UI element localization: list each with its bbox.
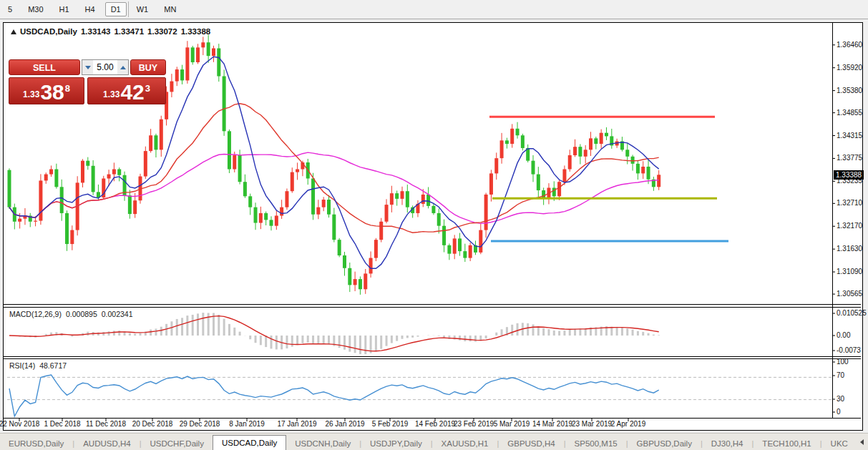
- rsi-axis-label: 30: [837, 395, 844, 403]
- buy-button[interactable]: BUY: [130, 59, 166, 75]
- price-axis-label: 1.35920: [837, 64, 862, 72]
- macd-panel-group: [9, 313, 659, 354]
- timeframe-button-mn[interactable]: MN: [158, 2, 182, 16]
- macd-axis-label: 0.00: [837, 331, 850, 339]
- panel-splitter-line[interactable]: [4, 418, 861, 419]
- chart-tab-bar: EURUSD,Daily|AUDUSD,H4|USDCHF,DailyUSDCA…: [0, 433, 868, 450]
- support-resistance-lines: [489, 117, 728, 241]
- price-axis-label: 1.30565: [837, 290, 862, 298]
- buy-price-prefix: 1.33: [103, 89, 120, 99]
- price-axis-label: 1.33775: [837, 154, 862, 162]
- chart-tab-ukc[interactable]: UKC: [822, 436, 857, 450]
- volume-decrease-button[interactable]: [82, 60, 93, 74]
- price-axis-separator: [832, 23, 833, 418]
- panel-splitter-line[interactable]: [4, 307, 861, 308]
- date-axis-label: 14 Feb 2019: [415, 420, 455, 428]
- date-axis-label: 22 Nov 2018: [0, 420, 39, 428]
- macd-axis-label: -0.0073: [837, 346, 861, 354]
- quote-low: 1.33072: [147, 27, 177, 36]
- panel-splitter-line[interactable]: [4, 304, 861, 305]
- sell-button[interactable]: SELL: [9, 59, 80, 75]
- quote-close: 1.33388: [181, 27, 211, 36]
- quote-high: 1.33471: [114, 27, 144, 36]
- date-axis-label: 26 Jan 2019: [325, 420, 364, 428]
- price-axis-label: 1.32170: [837, 222, 862, 230]
- rsi-axis-label: 100: [837, 358, 849, 366]
- panel-splitter-line[interactable]: [4, 358, 861, 359]
- chart-tab-audusd[interactable]: AUDUSD,H4: [74, 436, 139, 450]
- rsi-value: 48.6717: [39, 361, 67, 370]
- buy-price-sup: 3: [145, 83, 150, 94]
- rsi-label: RSI(14)48.6717: [9, 361, 67, 370]
- chart-tab-gbpusd[interactable]: GBPUSD,Daily: [628, 436, 701, 450]
- timeframe-button-h4[interactable]: H4: [79, 2, 101, 16]
- tab-scroll-left-button[interactable]: [860, 439, 864, 445]
- current-bid-tag: 1.33388: [834, 170, 864, 180]
- date-axis-label: 5 Feb 2019: [372, 420, 409, 428]
- panel-splitter-line[interactable]: [4, 356, 861, 357]
- chevron-up-icon: [120, 66, 126, 69]
- price-axis-label: 1.34315: [837, 132, 862, 140]
- chart-tab-usdcad[interactable]: USDCAD,Daily: [213, 435, 286, 450]
- date-axis-label: 11 Dec 2018: [86, 420, 126, 428]
- sell-price-prefix: 1.33: [23, 89, 39, 99]
- sell-price-display[interactable]: 1.33388: [9, 77, 84, 104]
- sell-price-sup: 8: [65, 83, 70, 94]
- timeframe-toolbar: 5M30H1H4D1W1MN: [0, 0, 868, 19]
- timeframe-button-d1[interactable]: D1: [105, 2, 127, 16]
- date-axis-label: 14 Mar 2019: [532, 420, 572, 428]
- chart-window[interactable]: USDCAD,Daily1.331431.334711.330721.33388…: [3, 22, 863, 431]
- chart-tab-usdjpy[interactable]: USDJPY,Daily: [361, 436, 431, 450]
- volume-input[interactable]: 5.00: [93, 60, 117, 74]
- date-axis-label: 1 Dec 2018: [44, 420, 80, 428]
- chevron-down-icon: [85, 66, 91, 69]
- macd-label: MACD(12,26,9)0.0008950.002341: [9, 310, 133, 318]
- buy-price-display[interactable]: 1.33423: [87, 77, 166, 104]
- collapse-triangle-icon[interactable]: [11, 29, 16, 34]
- timeframe-button-5[interactable]: 5: [2, 2, 18, 16]
- sell-price-big: 38: [40, 83, 64, 102]
- date-axis-label: 23 Mar 2019: [572, 420, 612, 428]
- macd-axis-label: 0.010525: [837, 309, 867, 317]
- price-axis-label: 1.31090: [837, 268, 862, 275]
- chart-symbol-label: USDCAD,Daily: [20, 27, 77, 36]
- chart-tab-tech100[interactable]: TECH100,H1: [754, 436, 819, 450]
- macd-value-signal: 0.002341: [102, 310, 133, 318]
- chart-tab-usdcnh[interactable]: USDCNH,Daily: [286, 436, 359, 450]
- price-axis-label: 1.34855: [837, 109, 862, 117]
- mt4-window: 5M30H1H4D1W1MN USDCAD,Daily1.331431.3347…: [0, 0, 868, 450]
- rsi-axis-label: 0: [837, 408, 841, 416]
- price-axis-label: 1.36460: [837, 41, 862, 49]
- date-axis-label: 23 Feb 2019: [454, 420, 494, 428]
- price-axis-label: 1.32710: [837, 199, 862, 207]
- chart-tab-dj30[interactable]: DJ30,H4: [703, 436, 752, 450]
- date-axis-label: 5 Mar 2019: [494, 420, 530, 428]
- date-axis-label: 17 Jan 2019: [277, 420, 316, 428]
- macd-value-main: 0.000895: [66, 310, 97, 318]
- rsi-line: [9, 375, 659, 416]
- rsi-axis-label: 70: [837, 371, 844, 379]
- chart-tab-eurusd[interactable]: EURUSD,Daily: [0, 436, 72, 450]
- rsi-panel-group: [7, 375, 832, 416]
- volume-spinner: 5.00: [82, 59, 129, 75]
- volume-increase-button[interactable]: [117, 60, 128, 74]
- quote-open: 1.33143: [81, 27, 111, 36]
- chart-header: USDCAD,Daily1.331431.334711.330721.33388: [11, 27, 214, 37]
- toolbar-separator: [128, 1, 129, 17]
- date-axis-label: 2 Apr 2019: [611, 420, 645, 428]
- chart-tab-xauusd[interactable]: XAUUSD,H1: [433, 436, 497, 450]
- date-axis-label: 20 Dec 2018: [132, 420, 173, 428]
- timeframe-button-m30[interactable]: M30: [22, 2, 49, 16]
- chart-tab-sp500[interactable]: SP500,M15: [566, 436, 626, 450]
- timeframe-button-h1[interactable]: H1: [54, 2, 75, 16]
- chart-tab-usdchf[interactable]: USDCHF,Daily: [142, 436, 213, 450]
- date-axis-label: 29 Dec 2018: [180, 420, 220, 428]
- date-axis-label: 8 Jan 2019: [229, 420, 265, 428]
- timeframe-button-w1[interactable]: W1: [131, 2, 155, 16]
- buy-price-big: 42: [120, 83, 144, 102]
- price-axis-label: 1.31630: [837, 245, 862, 253]
- chart-tab-gbpusd[interactable]: GBPUSD,H4: [499, 436, 563, 450]
- price-axis-label: 1.35380: [837, 87, 862, 94]
